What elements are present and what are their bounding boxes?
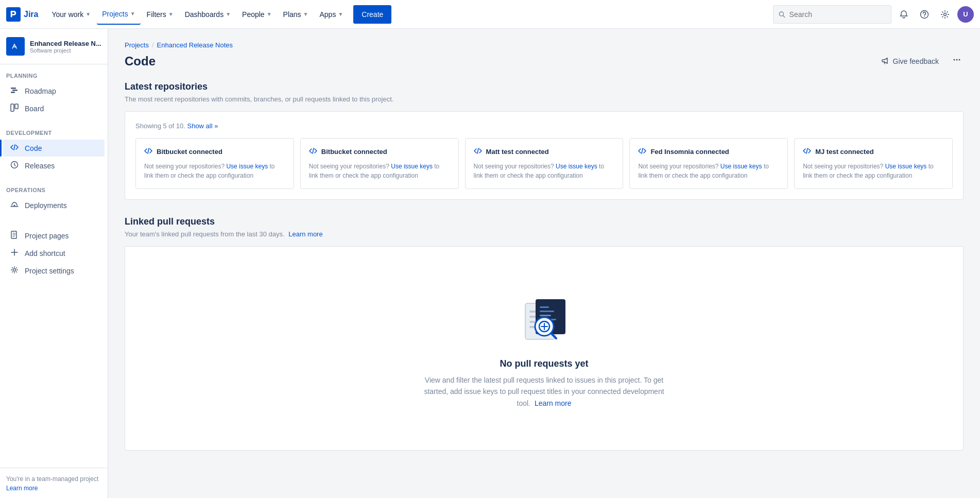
repo-link-3[interactable]: Use issue keys	[720, 163, 762, 170]
repo-body-3: Not seeing your repositories? Use issue …	[638, 162, 779, 180]
nav-plans[interactable]: Plans ▼	[278, 4, 314, 25]
top-navigation: Jira Your work ▼ Projects ▼ Filters ▼ Da…	[0, 0, 980, 29]
svg-rect-26	[540, 311, 554, 312]
sidebar-item-project-pages[interactable]: Project pages	[3, 227, 105, 244]
main-nav: Your work ▼ Projects ▼ Filters ▼ Dashboa…	[46, 4, 773, 25]
breadcrumb-enhanced-release[interactable]: Enhanced Release Notes	[157, 41, 233, 49]
pull-requests-container: No pull requests yet View and filter the…	[125, 246, 964, 451]
development-section: DEVELOPMENT Code Releases	[0, 122, 108, 179]
nav-apps[interactable]: Apps ▼	[314, 4, 348, 25]
notifications-button[interactable]	[896, 6, 912, 23]
sidebar-bottom: You're in a team-managed project Learn m…	[0, 468, 108, 498]
user-avatar[interactable]: U	[957, 6, 974, 23]
help-button[interactable]	[916, 6, 933, 23]
pull-requests-learn-more-top[interactable]: Learn more	[288, 230, 322, 238]
svg-rect-25	[540, 306, 549, 308]
operations-section: OPERATIONS Deployments	[0, 179, 108, 218]
settings-button[interactable]	[937, 6, 953, 23]
chevron-down-icon: ▼	[226, 11, 231, 17]
deployments-icon	[9, 200, 20, 210]
sidebar-item-board[interactable]: Board	[3, 100, 105, 117]
project-icon	[6, 37, 25, 56]
sidebar-item-deployments[interactable]: Deployments	[3, 197, 105, 214]
jira-wordmark: Jira	[24, 10, 38, 19]
repo-title-1: Bitbucket connected	[321, 148, 387, 156]
svg-rect-10	[15, 104, 18, 109]
search-box[interactable]	[773, 5, 891, 24]
sidebar-item-add-shortcut[interactable]: Add shortcut	[3, 245, 105, 262]
code-icon	[9, 143, 20, 153]
repo-body-0: Not seeing your repositories? Use issue …	[144, 162, 285, 180]
repo-code-icon-1	[309, 147, 317, 157]
give-feedback-button[interactable]: Give feedback	[876, 54, 944, 68]
sidebar-item-code[interactable]: Code	[3, 140, 105, 157]
sidebar-item-releases[interactable]: Releases	[3, 157, 105, 174]
repo-link-2[interactable]: Use issue keys	[556, 163, 597, 170]
other-section: Project pages Add shortcut Project se	[0, 218, 108, 284]
roadmap-label: Roadmap	[25, 87, 56, 95]
breadcrumb-projects[interactable]: Projects	[125, 41, 149, 49]
repo-card-0: Bitbucket connected Not seeing your repo…	[135, 138, 294, 189]
show-all-link[interactable]: Show all »	[187, 122, 218, 130]
nav-your-work[interactable]: Your work ▼	[46, 4, 96, 25]
pull-requests-subtitle: Your team's linked pull requests from th…	[125, 230, 964, 238]
planning-section: PLANNING Roadmap B	[0, 64, 108, 122]
svg-rect-27	[540, 315, 551, 316]
svg-point-4	[944, 13, 947, 15]
team-managed-text: You're in a team-managed project	[6, 474, 101, 484]
learn-more-link[interactable]: Learn more	[6, 485, 38, 492]
nav-filters[interactable]: Filters ▼	[142, 4, 179, 25]
give-feedback-label: Give feedback	[893, 57, 939, 65]
sidebar: Enhanced Release N... Software project P…	[0, 29, 108, 498]
deployments-label: Deployments	[25, 201, 67, 210]
add-shortcut-icon	[9, 248, 20, 258]
development-label: DEVELOPMENT	[0, 130, 108, 139]
repo-code-icon-3	[638, 147, 646, 157]
svg-point-15	[954, 59, 955, 61]
svg-point-3	[924, 16, 925, 17]
more-actions-button[interactable]	[950, 53, 964, 69]
create-button[interactable]: Create	[353, 5, 391, 24]
search-input[interactable]	[789, 10, 886, 19]
repos-section-subtitle: The most recent repositories with commit…	[125, 95, 964, 103]
repo-link-4[interactable]: Use issue keys	[885, 163, 927, 170]
nav-projects[interactable]: Projects ▼	[97, 4, 140, 25]
board-label: Board	[25, 105, 44, 113]
pull-requests-section: Linked pull requests Your team's linked …	[125, 216, 964, 451]
svg-rect-8	[11, 92, 15, 93]
nav-dashboards[interactable]: Dashboards ▼	[180, 4, 236, 25]
settings-sidebar-icon	[9, 266, 20, 276]
more-icon	[952, 55, 961, 64]
chevron-down-icon: ▼	[267, 11, 272, 17]
repo-card-3: Fed Insomnia connected Not seeing your r…	[629, 138, 788, 189]
operations-label: OPERATIONS	[0, 187, 108, 196]
repo-body-1: Not seeing your repositories? Use issue …	[309, 162, 450, 180]
chevron-down-icon: ▼	[130, 11, 135, 16]
empty-learn-more-link[interactable]: Learn more	[535, 399, 572, 407]
nav-right-actions: U	[773, 5, 974, 24]
svg-point-12	[14, 205, 15, 207]
page-actions: Give feedback	[876, 53, 964, 69]
jira-logo[interactable]: Jira	[6, 7, 38, 22]
repo-body-4: Not seeing your repositories? Use issue …	[803, 162, 944, 180]
repo-code-icon-4	[803, 147, 811, 157]
project-name: Enhanced Release N...	[30, 40, 101, 47]
releases-label: Releases	[25, 162, 55, 170]
planning-label: PLANNING	[0, 73, 108, 82]
sidebar-item-project-settings[interactable]: Project settings	[3, 262, 105, 279]
svg-rect-6	[11, 88, 16, 89]
repo-title-3: Fed Insomnia connected	[650, 148, 729, 156]
empty-title: No pull requests yet	[500, 358, 588, 369]
repos-showing: Showing 5 of 10. Show all »	[135, 122, 953, 130]
repo-link-0[interactable]: Use issue keys	[226, 163, 268, 170]
project-settings-label: Project settings	[25, 267, 74, 275]
repo-link-1[interactable]: Use issue keys	[391, 163, 433, 170]
project-pages-label: Project pages	[25, 232, 69, 240]
code-label: Code	[25, 144, 42, 152]
repos-grid: Bitbucket connected Not seeing your repo…	[135, 138, 953, 189]
sidebar-item-roadmap[interactable]: Roadmap	[3, 82, 105, 99]
search-icon	[779, 11, 785, 18]
repo-title-4: MJ test connected	[815, 148, 873, 156]
project-header[interactable]: Enhanced Release N... Software project	[0, 29, 108, 64]
nav-people[interactable]: People ▼	[237, 4, 277, 25]
